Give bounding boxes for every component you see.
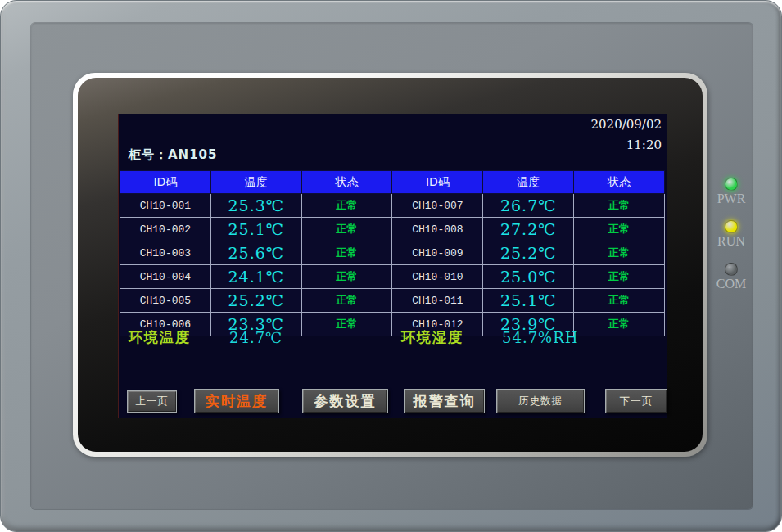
channel-status-cell: 正常 [301,265,392,289]
channel-id-cell: CH10-011 [392,289,483,313]
channel-id-cell: CH10-004 [120,265,211,289]
channel-temp-cell: 25.2℃ [483,241,574,265]
channel-status-cell: 正常 [301,194,392,218]
next-page-button[interactable]: 下一页 [605,389,667,413]
power-led-label: PWR [708,192,754,205]
channel-temp-cell: 25.0℃ [483,265,574,289]
channel-status-cell: 正常 [574,289,665,313]
com-led-group: COM [708,263,754,291]
env-temp-value: 24.7℃ [229,329,283,346]
channel-temp-cell: 27.2℃ [483,218,574,241]
channel-status-cell: 正常 [301,289,392,313]
table-row: CH10-00424.1℃正常CH10-01025.0℃正常 [120,265,665,289]
channel-id-cell: CH10-009 [392,241,483,265]
lcd-display: 2020/09/02 11:20 柜号：AN105 ID码温度状态ID码温度状态… [118,114,667,418]
table-header-row: ID码温度状态ID码温度状态 [120,171,665,194]
channel-id-cell: CH10-001 [120,194,211,218]
channel-status-cell: 正常 [574,194,665,218]
param-settings-button[interactable]: 参数设置 [302,389,388,413]
time-text: 11:20 [591,136,662,154]
realtime-temp-button[interactable]: 实时温度 [194,389,279,413]
alarm-query-button[interactable]: 报警查询 [404,389,485,413]
channel-id-cell: CH10-002 [120,218,211,241]
channel-table: ID码温度状态ID码温度状态 CH10-00125.3℃正常CH10-00726… [120,170,665,336]
channel-id-cell: CH10-003 [120,241,211,265]
power-led [725,178,738,191]
channel-id-cell: CH10-010 [392,265,483,289]
hmi-device-frame: 2020/09/02 11:20 柜号：AN105 ID码温度状态ID码温度状态… [0,0,782,532]
channel-id-cell: CH10-005 [120,289,211,313]
run-led-label: RUN [708,235,754,248]
run-led [725,220,738,233]
run-led-group: RUN [708,220,754,248]
table-header-cell: 温度 [483,171,574,194]
screen-outer-frame: 2020/09/02 11:20 柜号：AN105 ID码温度状态ID码温度状态… [73,73,707,457]
com-led [725,263,738,276]
channel-temp-cell: 25.6℃ [210,241,301,265]
env-temp-label: 环境温度 [129,328,191,347]
table-header-cell: 状态 [301,171,392,194]
channel-temp-cell: 25.2℃ [210,289,301,313]
channel-temp-cell: 25.1℃ [210,218,301,241]
table-header-cell: ID码 [120,171,211,194]
channel-temp-cell: 25.1℃ [483,289,574,313]
channel-temp-cell: 26.7℃ [483,194,574,218]
channel-status-cell: 正常 [574,265,665,289]
table-row: CH10-00225.1℃正常CH10-00827.2℃正常 [120,218,665,241]
channel-temp-cell: 24.1℃ [210,265,301,289]
channel-temp-cell: 25.3℃ [210,194,301,218]
table-header-cell: 温度 [210,171,301,194]
channel-status-cell: 正常 [574,241,665,265]
history-data-button[interactable]: 历史数据 [496,389,585,413]
table-body: CH10-00125.3℃正常CH10-00726.7℃正常CH10-00225… [120,194,665,336]
env-humidity-value: 54.7%RH [502,329,578,346]
channel-status-cell: 正常 [574,218,665,241]
table-header-cell: ID码 [392,171,483,194]
date-text: 2020/09/02 [591,115,662,133]
prev-page-button[interactable]: 上一页 [127,390,177,413]
channel-id-cell: CH10-007 [392,194,483,218]
channel-status-cell: 正常 [301,241,392,265]
screenshot-stage: 2020/09/02 11:20 柜号：AN105 ID码温度状态ID码温度状态… [0,0,782,532]
cabinet-label: 柜号：AN105 [129,147,217,163]
table-row: CH10-00125.3℃正常CH10-00726.7℃正常 [120,194,665,218]
channel-status-cell: 正常 [301,218,392,241]
screen-bezel: 2020/09/02 11:20 柜号：AN105 ID码温度状态ID码温度状态… [78,78,703,452]
table-row: CH10-00525.2℃正常CH10-01125.1℃正常 [120,289,665,313]
channel-id-cell: CH10-008 [392,218,483,241]
table-row: CH10-00325.6℃正常CH10-00925.2℃正常 [120,241,665,265]
env-humidity-label: 环境湿度 [401,328,463,347]
com-led-label: COM [708,277,754,291]
datetime: 2020/09/02 11:20 [591,115,662,154]
environment-row: 环境温度 24.7℃ 环境湿度 54.7%RH [119,328,667,349]
power-led-group: PWR [708,178,754,205]
table-header-cell: 状态 [574,171,665,194]
